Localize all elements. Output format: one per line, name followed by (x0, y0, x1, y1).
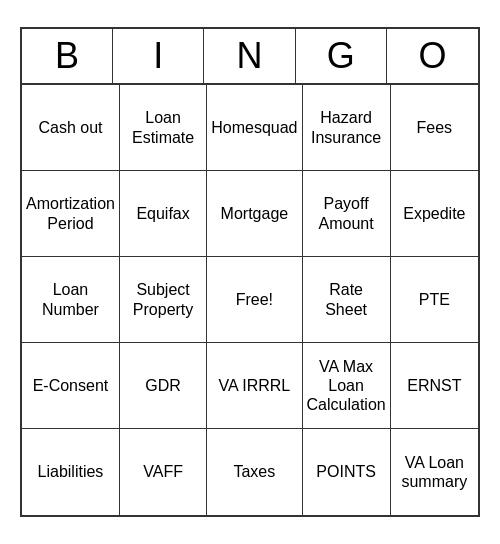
header-letter: N (204, 29, 295, 83)
bingo-cell: E-Consent (22, 343, 120, 429)
cell-text: Expedite (403, 204, 465, 223)
bingo-card: BINGO Cash outLoan EstimateHomesquadHaza… (20, 27, 480, 517)
bingo-cell: Equifax (120, 171, 207, 257)
cell-text: Homesquad (211, 118, 297, 137)
bingo-cell: VA Loan summary (391, 429, 478, 515)
bingo-cell: Homesquad (207, 85, 302, 171)
cell-text: VA IRRRL (219, 376, 291, 395)
cell-text: Taxes (233, 462, 275, 481)
bingo-grid: Cash outLoan EstimateHomesquadHazard Ins… (22, 85, 478, 515)
cell-text: POINTS (316, 462, 376, 481)
bingo-header: BINGO (22, 29, 478, 85)
bingo-cell: Free! (207, 257, 302, 343)
bingo-cell: Loan Number (22, 257, 120, 343)
header-letter: I (113, 29, 204, 83)
cell-text: Free! (236, 290, 273, 309)
bingo-cell: Amortization Period (22, 171, 120, 257)
cell-text: Liabilities (38, 462, 104, 481)
bingo-cell: Cash out (22, 85, 120, 171)
cell-text: ERNST (407, 376, 461, 395)
cell-text: GDR (145, 376, 181, 395)
cell-text: PTE (419, 290, 450, 309)
cell-text: VA Max Loan Calculation (307, 357, 386, 415)
cell-text: Loan Estimate (124, 108, 202, 146)
bingo-cell: Hazard Insurance (303, 85, 391, 171)
cell-text: Cash out (38, 118, 102, 137)
bingo-cell: Fees (391, 85, 478, 171)
cell-text: Hazard Insurance (307, 108, 386, 146)
cell-text: Mortgage (221, 204, 289, 223)
header-letter: G (296, 29, 387, 83)
cell-text: Payoff Amount (307, 194, 386, 232)
cell-text: Loan Number (26, 280, 115, 318)
cell-text: VA Loan summary (395, 453, 474, 491)
cell-text: Equifax (136, 204, 189, 223)
bingo-cell: Expedite (391, 171, 478, 257)
bingo-cell: Mortgage (207, 171, 302, 257)
header-letter: B (22, 29, 113, 83)
bingo-cell: Taxes (207, 429, 302, 515)
cell-text: E-Consent (33, 376, 109, 395)
cell-text: Fees (417, 118, 453, 137)
bingo-cell: Rate Sheet (303, 257, 391, 343)
cell-text: VAFF (143, 462, 183, 481)
cell-text: Subject Property (124, 280, 202, 318)
cell-text: Amortization Period (26, 194, 115, 232)
bingo-cell: Liabilities (22, 429, 120, 515)
bingo-cell: GDR (120, 343, 207, 429)
bingo-cell: ERNST (391, 343, 478, 429)
bingo-cell: POINTS (303, 429, 391, 515)
bingo-cell: VAFF (120, 429, 207, 515)
cell-text: Rate Sheet (307, 280, 386, 318)
header-letter: O (387, 29, 478, 83)
bingo-cell: VA Max Loan Calculation (303, 343, 391, 429)
bingo-cell: PTE (391, 257, 478, 343)
bingo-cell: Loan Estimate (120, 85, 207, 171)
bingo-cell: VA IRRRL (207, 343, 302, 429)
bingo-cell: Subject Property (120, 257, 207, 343)
bingo-cell: Payoff Amount (303, 171, 391, 257)
